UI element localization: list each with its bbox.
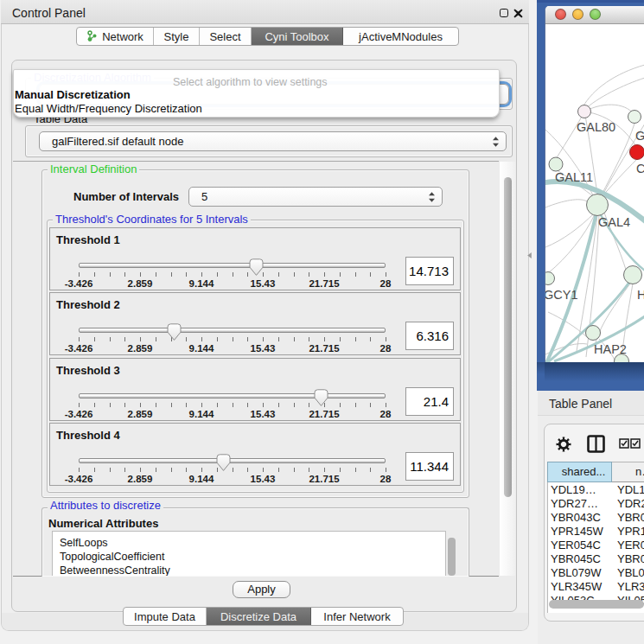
svg-text:H: H <box>637 288 644 302</box>
svg-text:HAP2: HAP2 <box>594 342 627 356</box>
svg-text:GAL4: GAL4 <box>598 215 630 229</box>
svg-text:GAL11: GAL11 <box>555 170 593 184</box>
svg-text:CY: CY <box>636 162 644 175</box>
svg-text:GAL80: GAL80 <box>577 120 615 134</box>
svg-text:GA: GA <box>635 129 644 143</box>
svg-text:GCY1: GCY1 <box>545 288 578 302</box>
